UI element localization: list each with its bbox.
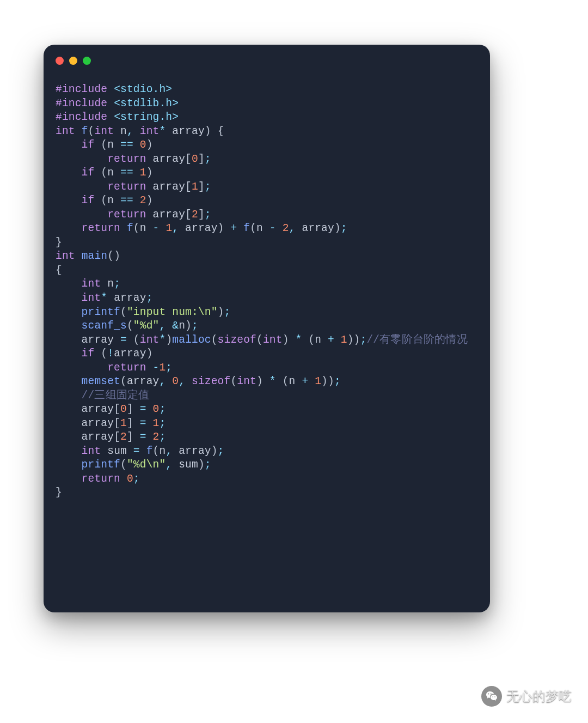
code-token: if: [82, 167, 95, 179]
close-icon: [56, 57, 64, 65]
code-token: (: [101, 348, 107, 360]
code-token: int: [82, 278, 101, 290]
code-token: 2: [192, 209, 198, 221]
code-token: ,: [166, 445, 172, 457]
code-token: ;: [133, 473, 140, 485]
code-token: n: [107, 195, 120, 206]
code-token: &: [172, 320, 179, 332]
code-token: malloc: [172, 334, 211, 346]
code-token: int: [263, 334, 283, 346]
code-token: array: [172, 445, 211, 457]
code-token: [56, 473, 82, 485]
code-token: 1: [341, 334, 347, 346]
code-token: (: [153, 445, 160, 457]
code-token: ]: [127, 403, 133, 415]
code-token: n: [107, 139, 120, 151]
code-token: (: [120, 375, 127, 387]
code-token: [263, 375, 270, 387]
code-token: [56, 375, 82, 387]
code-token: ): [334, 222, 341, 234]
wechat-icon: [481, 686, 502, 707]
code-token: ;: [334, 375, 341, 387]
code-token: ,: [159, 375, 166, 387]
code-token: }: [56, 487, 62, 499]
code-token: (: [250, 222, 256, 234]
code-token: [: [185, 209, 192, 221]
code-token: ;: [218, 445, 224, 457]
code-token: 0: [153, 403, 160, 415]
code-token: ): [166, 334, 172, 346]
code-token: int: [140, 334, 160, 346]
code-token: [276, 222, 283, 234]
code-token: ==: [120, 167, 133, 179]
code-token: <string.h>: [114, 111, 179, 123]
code-token: sizeof: [192, 375, 230, 387]
code-token: [211, 125, 218, 137]
code-token: [133, 431, 140, 443]
code-token: array: [179, 222, 217, 234]
code-token: [56, 195, 82, 206]
code-token: (: [308, 334, 315, 346]
code-token: 1: [120, 417, 127, 429]
code-token: 0: [120, 403, 127, 415]
code-token: ;: [360, 334, 367, 346]
code-token: n: [289, 375, 302, 387]
code-token: n: [315, 334, 328, 346]
code-token: [56, 167, 82, 179]
code-token: (: [88, 125, 95, 137]
watermark: 无心的梦呓: [481, 686, 572, 707]
code-token: [94, 195, 101, 206]
code-token: [56, 209, 107, 221]
code-token: (: [120, 459, 127, 471]
code-token: [146, 417, 153, 429]
code-token: [133, 417, 140, 429]
watermark-text: 无心的梦呓: [506, 688, 572, 705]
code-token: ): [185, 320, 192, 332]
code-token: return: [82, 473, 120, 485]
code-token: ,: [166, 459, 172, 471]
code-token: 1: [315, 375, 321, 387]
code-token: int: [56, 125, 75, 137]
code-token: [75, 250, 82, 262]
code-token: [56, 139, 82, 151]
code-token: [: [114, 403, 120, 415]
code-token: ,: [159, 320, 166, 332]
code-token: ): [205, 125, 211, 137]
code-token: (: [101, 195, 107, 206]
code-token: ;: [341, 222, 347, 234]
code-token: =: [140, 431, 146, 443]
code-token: [94, 167, 101, 179]
code-token: n: [114, 125, 127, 137]
code-token: (): [107, 250, 120, 262]
code-token: (: [101, 139, 107, 151]
code-token: #include: [56, 98, 114, 110]
code-token: [56, 362, 107, 374]
code-token: "%d": [133, 320, 160, 332]
code-token: [: [185, 153, 192, 165]
code-token: ==: [120, 195, 133, 206]
code-card: #include <stdio.h> #include <stdlib.h> #…: [44, 45, 490, 612]
code-token: [146, 431, 153, 443]
code-token: ]: [127, 417, 133, 429]
code-token: ): [146, 348, 153, 360]
code-token: n: [159, 445, 166, 457]
code-token: array: [295, 222, 334, 234]
code-token: [56, 459, 82, 471]
code-token: ;: [205, 209, 211, 221]
code-token: [185, 375, 192, 387]
code-token: 0: [172, 375, 179, 387]
code-token: {: [56, 264, 62, 276]
code-token: {: [218, 125, 224, 137]
code-token: if: [82, 139, 95, 151]
code-token: ;: [192, 320, 198, 332]
code-token: ]: [198, 181, 205, 193]
code-token: ): [198, 459, 205, 471]
code-token: [56, 320, 82, 332]
code-token: ,: [127, 125, 133, 137]
code-token: =: [120, 334, 127, 346]
code-token: 1: [140, 167, 146, 179]
code-token: +: [302, 375, 308, 387]
code-token: int: [140, 125, 160, 137]
code-token: int: [56, 250, 75, 262]
code-token: [133, 125, 140, 137]
